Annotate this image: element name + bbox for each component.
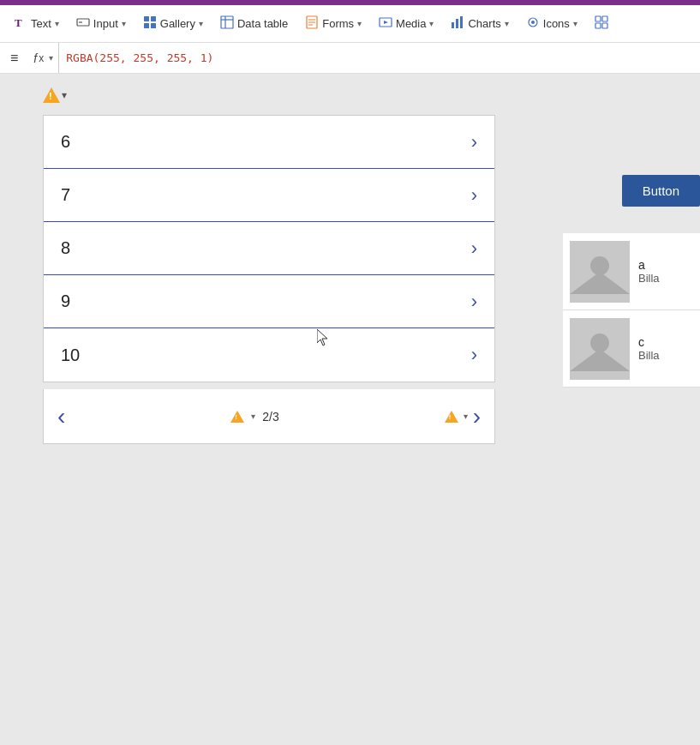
blue-button[interactable]: Button [622, 175, 700, 207]
image-sublabel-c: Billa [638, 349, 660, 362]
list-row-number-10: 10 [61, 345, 80, 365]
svg-rect-23 [595, 23, 601, 28]
canvas-area: ▾ 6 › 7 › 8 › 9 › 10 › ‹ ▾ 2/3 [0, 74, 700, 745]
list-row-number-6: 6 [61, 132, 70, 152]
svg-rect-6 [151, 23, 156, 28]
pagination-next-button[interactable]: › [473, 403, 481, 430]
toolbar-forms-label: Forms [322, 17, 354, 30]
toolbar-item-text[interactable]: T Text ▾ [7, 12, 66, 35]
list-row-chevron-9: › [471, 291, 477, 313]
list-row-chevron-8: › [471, 237, 477, 260]
list-row-chevron-7: › [471, 184, 477, 207]
fx-chevron[interactable]: ▾ [49, 53, 53, 63]
svg-rect-4 [151, 16, 156, 21]
warning-chevron[interactable]: ▾ [62, 89, 67, 101]
svg-rect-7 [221, 16, 233, 28]
toolbar-media-chevron: ▾ [429, 19, 434, 28]
image-item-text-c: c Billa [638, 335, 660, 362]
toolbar: T Text ▾ Input ▾ Gallery ▾ Data table Fo… [0, 5, 700, 43]
svg-rect-5 [144, 23, 149, 28]
gallery-icon [143, 15, 157, 32]
svg-rect-16 [452, 22, 454, 28]
toolbar-item-components[interactable] [588, 12, 615, 35]
svg-rect-17 [456, 19, 458, 28]
list-row[interactable]: 6 › [44, 116, 494, 169]
icons-icon [526, 15, 540, 32]
forms-icon [305, 15, 319, 32]
list-row[interactable]: 9 › [44, 275, 494, 328]
list-row-number-9: 9 [61, 291, 70, 311]
image-thumbnail-c [570, 318, 630, 380]
toolbar-charts-label: Charts [468, 17, 500, 30]
list-item[interactable]: c Billa [563, 310, 700, 388]
formula-bar: ≡ f x ▾ RGBA(255, 255, 255, 1) [0, 43, 700, 74]
svg-text:T: T [15, 16, 22, 29]
pagination-right-area: ▾ › [445, 403, 481, 430]
datatable-icon [220, 15, 234, 32]
pagination-right-warning-icon [445, 411, 458, 423]
warning-triangle-icon [43, 87, 60, 103]
fx-x-label: x [39, 52, 44, 64]
list-row-chevron-10: › [471, 344, 477, 366]
pagination-prev-button[interactable]: ‹ [57, 403, 65, 430]
image-thumbnail-a [570, 241, 630, 303]
formula-value[interactable]: RGBA(255, 255, 255, 1) [66, 51, 213, 64]
svg-rect-18 [460, 16, 463, 28]
svg-marker-15 [384, 21, 388, 24]
image-sublabel-a: Billa [638, 272, 660, 285]
pagination-right-warning-chevron[interactable]: ▾ [464, 412, 468, 421]
image-label-c: c [638, 335, 660, 349]
list-container: 6 › 7 › 8 › 9 › 10 › [43, 115, 495, 382]
list-row[interactable]: 7 › [44, 169, 494, 222]
fx-label: f [33, 51, 37, 65]
warning-control[interactable]: ▾ [43, 87, 67, 103]
toolbar-item-forms[interactable]: Forms ▾ [298, 12, 368, 35]
toolbar-item-charts[interactable]: Charts ▾ [444, 12, 515, 35]
image-item-text-a: a Billa [638, 258, 660, 285]
toolbar-gallery-chevron: ▾ [199, 19, 203, 28]
svg-point-20 [531, 21, 535, 24]
toolbar-icons-chevron: ▾ [573, 19, 577, 28]
list-row-number-8: 8 [61, 238, 70, 258]
input-icon [76, 15, 90, 32]
list-row[interactable]: 10 › [44, 328, 494, 382]
pagination-bar: ‹ ▾ 2/3 ▾ › [43, 389, 495, 444]
toolbar-forms-chevron: ▾ [357, 19, 362, 28]
toolbar-item-input[interactable]: Input ▾ [69, 12, 133, 35]
toolbar-icons-label: Icons [543, 17, 570, 30]
pagination-warning-icon [230, 411, 244, 423]
toolbar-text-chevron: ▾ [55, 19, 59, 28]
svg-rect-3 [144, 16, 149, 21]
toolbar-charts-chevron: ▾ [505, 19, 509, 28]
list-row-number-7: 7 [61, 185, 70, 205]
toolbar-datatable-label: Data table [237, 17, 288, 30]
toolbar-gallery-label: Gallery [160, 17, 195, 30]
svg-rect-22 [602, 16, 607, 21]
page-info: ▾ 2/3 [230, 410, 278, 424]
page-number-text: 2/3 [262, 410, 278, 424]
svg-rect-24 [602, 23, 607, 28]
image-list: a Billa c Billa [563, 233, 700, 388]
pagination-warning-chevron[interactable]: ▾ [251, 412, 255, 421]
toolbar-item-gallery[interactable]: Gallery ▾ [136, 12, 210, 35]
toolbar-item-icons[interactable]: Icons ▾ [519, 12, 584, 35]
svg-rect-21 [595, 16, 601, 21]
charts-icon [451, 15, 464, 32]
list-row-chevron-6: › [471, 131, 477, 153]
toolbar-media-label: Media [396, 17, 426, 30]
menu-icon[interactable]: ≡ [7, 47, 21, 69]
media-icon [379, 15, 392, 32]
toolbar-item-media[interactable]: Media ▾ [372, 12, 440, 35]
list-item[interactable]: a Billa [563, 233, 700, 310]
toolbar-input-chevron: ▾ [122, 19, 126, 28]
components-icon [595, 15, 608, 32]
formula-fx-area[interactable]: f x ▾ [28, 43, 59, 73]
toolbar-item-datatable[interactable]: Data table [213, 12, 295, 35]
text-icon: T [14, 15, 27, 32]
list-row[interactable]: 8 › [44, 222, 494, 275]
toolbar-input-label: Input [93, 17, 118, 30]
toolbar-text-label: Text [31, 17, 51, 30]
image-label-a: a [638, 258, 660, 272]
